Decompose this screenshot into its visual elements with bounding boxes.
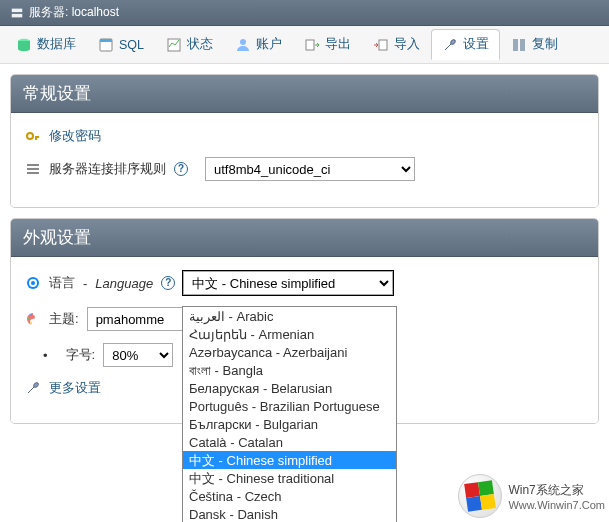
- language-option[interactable]: 中文 - Chinese simplified: [183, 451, 396, 469]
- tab-accounts[interactable]: 账户: [224, 29, 293, 60]
- replication-icon: [511, 37, 527, 53]
- logo-icon: [458, 474, 502, 518]
- language-label-zh: 语言: [49, 274, 75, 292]
- breadcrumb-text: 服务器: localhost: [29, 4, 119, 21]
- collation-label: 服务器连接排序规则: [49, 160, 166, 178]
- theme-icon: [25, 311, 41, 327]
- svg-rect-1: [12, 13, 23, 17]
- svg-rect-8: [379, 40, 387, 50]
- language-label-en: Language: [95, 276, 153, 291]
- language-option[interactable]: Català - Catalan: [183, 433, 396, 451]
- tab-database[interactable]: 数据库: [5, 29, 87, 60]
- language-option[interactable]: Dansk - Danish: [183, 505, 396, 522]
- help-icon[interactable]: ?: [161, 276, 175, 290]
- language-option[interactable]: Português - Brazilian Portuguese: [183, 397, 396, 415]
- svg-rect-0: [12, 8, 23, 12]
- tab-export[interactable]: 导出: [293, 29, 362, 60]
- svg-point-19: [30, 314, 32, 316]
- help-icon[interactable]: ?: [174, 162, 188, 176]
- toolbar: 数据库 SQL 状态 账户 导出 导入 设置 复制: [0, 26, 609, 64]
- language-option[interactable]: Azərbaycanca - Azerbaijani: [183, 343, 396, 361]
- svg-rect-7: [306, 40, 314, 50]
- theme-select[interactable]: pmahomme: [87, 307, 197, 331]
- svg-point-6: [240, 39, 246, 45]
- section-appearance-title: 外观设置: [11, 219, 598, 257]
- svg-rect-12: [27, 164, 39, 166]
- breadcrumb: 服务器: localhost: [0, 0, 609, 26]
- language-option[interactable]: Čeština - Czech: [183, 487, 396, 505]
- tab-replication[interactable]: 复制: [500, 29, 569, 60]
- collation-select[interactable]: utf8mb4_unicode_ci: [205, 157, 415, 181]
- tab-sql[interactable]: SQL: [87, 29, 155, 60]
- font-size-select[interactable]: 80%: [103, 343, 173, 367]
- section-general: 常规设置 修改密码 服务器连接排序规则 ? utf8mb4_unicode_ci: [10, 74, 599, 208]
- status-icon: [166, 37, 182, 53]
- language-option[interactable]: 中文 - Chinese traditional: [183, 469, 396, 487]
- language-icon: [25, 275, 41, 291]
- import-icon: [373, 37, 389, 53]
- language-dropdown[interactable]: العربية - ArabicՀայերեն - ArmenianAzərba…: [182, 306, 397, 522]
- language-option[interactable]: العربية - Arabic: [183, 307, 396, 325]
- wrench-icon: [442, 37, 458, 53]
- tab-import[interactable]: 导入: [362, 29, 431, 60]
- svg-rect-10: [520, 39, 525, 51]
- theme-label: 主题:: [49, 310, 79, 328]
- tab-status[interactable]: 状态: [155, 29, 224, 60]
- change-password-link[interactable]: 修改密码: [49, 127, 101, 145]
- watermark-line2: Www.Winwin7.Com: [508, 499, 605, 511]
- language-option[interactable]: Български - Bulgarian: [183, 415, 396, 433]
- wrench-icon: [25, 380, 41, 396]
- svg-point-18: [28, 318, 30, 320]
- export-icon: [304, 37, 320, 53]
- svg-rect-9: [513, 39, 518, 51]
- accounts-icon: [235, 37, 251, 53]
- watermark-line1: Win7系统之家: [508, 482, 605, 499]
- watermark: Win7系统之家 Www.Winwin7.Com: [454, 472, 609, 520]
- svg-point-17: [31, 281, 35, 285]
- svg-point-11: [27, 133, 33, 139]
- server-icon: [10, 6, 24, 20]
- svg-rect-14: [27, 172, 39, 174]
- sql-icon: [98, 37, 114, 53]
- key-icon: [25, 128, 41, 144]
- font-size-label: 字号:: [66, 346, 96, 364]
- svg-point-20: [30, 322, 32, 324]
- language-option[interactable]: Հայերեն - Armenian: [183, 325, 396, 343]
- more-settings-link[interactable]: 更多设置: [49, 379, 101, 397]
- collation-icon: [25, 161, 41, 177]
- svg-rect-4: [100, 39, 112, 42]
- language-option[interactable]: বাংলা - Bangla: [183, 361, 396, 379]
- database-icon: [16, 37, 32, 53]
- tab-settings[interactable]: 设置: [431, 29, 500, 60]
- language-select[interactable]: 中文 - Chinese simplified: [183, 271, 393, 295]
- svg-rect-13: [27, 168, 39, 170]
- language-option[interactable]: Беларуская - Belarusian: [183, 379, 396, 397]
- section-general-title: 常规设置: [11, 75, 598, 113]
